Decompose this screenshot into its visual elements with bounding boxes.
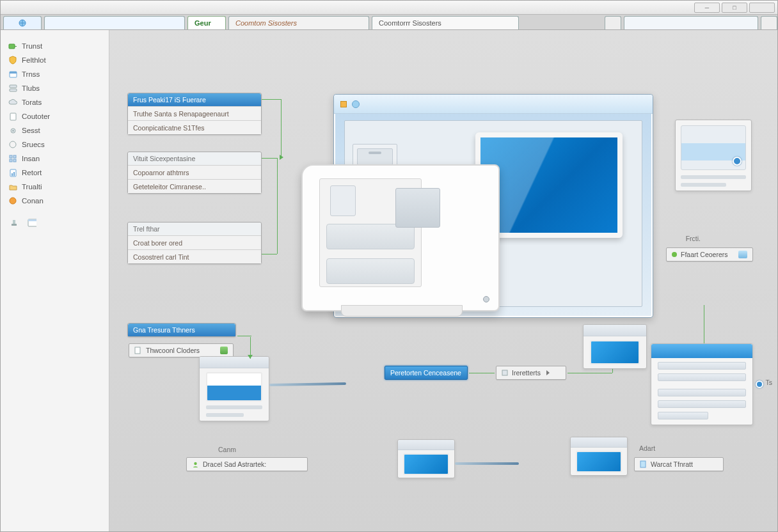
window-close-button[interactable] xyxy=(749,3,775,13)
svg-rect-12 xyxy=(10,159,12,162)
svg-point-17 xyxy=(10,198,16,204)
thumbnail-icon xyxy=(330,185,356,216)
sidebar-item-sruecs[interactable]: Sruecs xyxy=(4,137,105,152)
svg-rect-25 xyxy=(640,461,646,467)
sidebar-item-label: Torats xyxy=(22,98,42,106)
cloud-icon xyxy=(8,98,17,107)
panel-row[interactable]: Coonpicaticatne S1Tfes xyxy=(128,120,261,134)
window-minimize-button[interactable]: ─ xyxy=(694,3,720,13)
label-ts: Ts xyxy=(766,379,773,386)
tool-button-1[interactable] xyxy=(605,16,621,29)
right-wide-card[interactable] xyxy=(651,343,753,425)
diagram-canvas[interactable]: Frus Peaki17 iS Fuerare Truthe Santa s R… xyxy=(109,30,777,531)
panel-row[interactable]: Truthe Santa s Renapageenaurt xyxy=(128,106,261,120)
address-tab[interactable]: Coomtom Sisosters xyxy=(228,16,369,29)
panel-gna[interactable]: Gna Tresura Tthners xyxy=(127,323,236,337)
tile-mini-center[interactable] xyxy=(397,439,455,478)
panel-title: Gna Tresura Tthners xyxy=(128,324,235,336)
tool-button-2[interactable] xyxy=(761,16,777,29)
sidebar-item-label: Trualti xyxy=(22,183,42,191)
card-row xyxy=(326,224,415,249)
chip-warcat[interactable]: Warcat Tfnratt xyxy=(634,457,724,471)
sidebar-item-retort[interactable]: Retort xyxy=(4,166,105,180)
port-icon[interactable] xyxy=(756,380,763,388)
status-icon xyxy=(220,347,228,354)
sidebar-item-trnss[interactable]: Trnss xyxy=(4,67,105,81)
chip-ireretterts[interactable]: Ireretterts xyxy=(496,366,566,380)
tile-mini-right[interactable] xyxy=(570,437,628,476)
sidebar-item-sesst[interactable]: Sesst xyxy=(4,123,105,137)
folder-icon xyxy=(8,182,17,191)
svg-rect-5 xyxy=(10,89,17,91)
svg-rect-11 xyxy=(13,155,16,158)
panel-title: Trel fthar xyxy=(128,223,261,235)
panel-title: Frus Peaki17 iS Fuerare xyxy=(128,93,261,106)
svg-rect-21 xyxy=(28,219,36,221)
doc-blue-icon xyxy=(640,460,647,468)
app-logo-tab[interactable] xyxy=(3,16,42,29)
circle-icon xyxy=(8,140,17,149)
sidebar-item-label: Coutoter xyxy=(22,113,50,120)
svg-rect-6 xyxy=(10,113,16,120)
window-maximize-button[interactable]: □ xyxy=(722,3,747,13)
panel-row[interactable]: Cosostrerl carl Tint xyxy=(128,249,261,263)
server-icon xyxy=(8,84,17,93)
chip-label: Ireretterts xyxy=(512,369,541,377)
file-title-tab[interactable]: Coomtorrr Sisosters xyxy=(372,16,519,29)
tile-computer-left[interactable] xyxy=(199,356,269,421)
svg-rect-23 xyxy=(502,370,507,375)
svg-rect-19 xyxy=(13,220,15,224)
green-dot-icon xyxy=(672,252,677,257)
card-header xyxy=(651,344,752,358)
svg-rect-16 xyxy=(13,172,15,176)
sidebar-item-insan[interactable]: Insan xyxy=(4,152,105,166)
blank-tab[interactable] xyxy=(44,16,185,29)
sidebar-item-felthlot[interactable]: Felthlot xyxy=(4,53,105,67)
chip-label: Dracel Sad Astrartek: xyxy=(203,460,266,468)
sidebar-item-label: Trnss xyxy=(22,70,40,78)
active-tab-label: Geur xyxy=(194,19,211,27)
person-icon xyxy=(192,461,199,468)
tile-stack[interactable] xyxy=(583,324,647,369)
sidebar-item-trunst[interactable]: Trunst xyxy=(4,39,105,53)
panel-fuerare[interactable]: Frus Peaki17 iS Fuerare Truthe Santa s R… xyxy=(127,93,262,135)
chip-label: Warcat Tfnratt xyxy=(651,460,693,468)
right-info-panel[interactable] xyxy=(675,120,752,191)
svg-rect-15 xyxy=(12,173,13,176)
panel-row[interactable]: Geteteleitor Cimranese.. xyxy=(128,179,261,193)
svg-rect-10 xyxy=(10,155,12,158)
sidebar-item-label: Insan xyxy=(22,155,40,162)
window-icon[interactable] xyxy=(28,218,36,227)
chip-thwcoonl[interactable]: Thwcoonl Cloders xyxy=(129,343,234,357)
floating-document-card[interactable] xyxy=(301,164,500,311)
chip-peretorten[interactable]: Peretorten Cenceasene xyxy=(385,366,468,380)
active-tab[interactable]: Geur xyxy=(187,16,226,29)
page-icon xyxy=(8,112,17,121)
sidebar-bottom-tools xyxy=(4,218,105,227)
sidebar-item-coutoter[interactable]: Coutoter xyxy=(4,109,105,123)
panel-row[interactable]: Croat borer ored xyxy=(128,235,261,249)
sidebar-item-label: Conan xyxy=(22,197,44,205)
panel-trel[interactable]: Trel fthar Croat borer ored Cosostrerl c… xyxy=(127,222,262,264)
sidebar-item-torats[interactable]: Torats xyxy=(4,95,105,109)
blue-circle-icon xyxy=(352,100,360,108)
sidebar-item-label: Retort xyxy=(22,169,42,176)
chip-label: Thwcoonl Cloders xyxy=(146,347,200,354)
report-icon xyxy=(8,168,17,177)
chevron-right-icon xyxy=(546,370,550,375)
chip-ffaart[interactable]: Ffaart Ceoerers xyxy=(666,247,753,262)
decorative-knob-icon xyxy=(733,157,742,166)
search-field[interactable] xyxy=(624,16,758,29)
panel-row[interactable]: Copoarnor athtmrs xyxy=(128,165,261,179)
pen-graphic xyxy=(269,382,346,386)
label-adart: Adart xyxy=(639,444,655,452)
sidebar-item-trualti[interactable]: Trualti xyxy=(4,180,105,194)
chip-dracel[interactable]: Dracel Sad Astrartek: xyxy=(186,457,308,471)
sidebar-item-tlubs[interactable]: Tlubs xyxy=(4,81,105,95)
svg-point-9 xyxy=(10,141,16,148)
stamp-icon[interactable] xyxy=(10,218,19,227)
panel-vituit[interactable]: Vituit Sicexpentasine Copoarnor athtmrs … xyxy=(127,152,262,194)
panel-title: Vituit Sicexpentasine xyxy=(128,152,261,165)
sidebar-item-conan[interactable]: Conan xyxy=(4,194,105,208)
doc-icon xyxy=(134,347,142,354)
